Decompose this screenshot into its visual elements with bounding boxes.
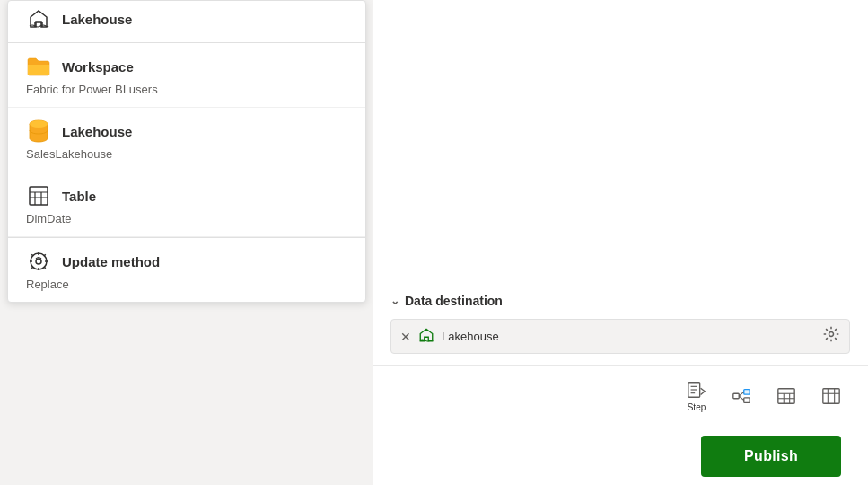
svg-rect-14 [733, 393, 739, 399]
table-subtitle: DimDate [26, 212, 347, 225]
svg-point-9 [829, 332, 834, 337]
destination-row: ✕ Lakehouse [390, 319, 850, 354]
svg-point-1 [30, 120, 48, 128]
table-view-icon [776, 386, 796, 406]
chevron-icon: ⌄ [390, 295, 399, 307]
bottom-toolbar: Step [373, 365, 868, 427]
diagram-button[interactable] [723, 381, 760, 411]
lakehouse-db-icon [26, 119, 51, 144]
svg-rect-15 [744, 390, 750, 395]
lakehouse-main-subtitle: SalesLakehouse [26, 147, 347, 161]
step-icon [687, 380, 706, 400]
data-destination-section: ⌄ Data destination ✕ Lakehouse [373, 279, 868, 368]
workspace-title: Workspace [62, 59, 134, 75]
table-title: Table [62, 189, 96, 204]
svg-line-17 [739, 392, 744, 396]
workspace-subtitle: Fabric for Power BI users [26, 83, 347, 96]
table-icon [26, 183, 51, 208]
data-destination-title: Data destination [405, 294, 503, 308]
dropdown-item-update-method[interactable]: Update method Replace [8, 238, 365, 302]
diagram-icon [732, 386, 751, 406]
publish-area: Publish [373, 427, 868, 485]
update-method-title: Update method [62, 254, 160, 269]
svg-rect-16 [744, 398, 750, 403]
destination-lakehouse-icon [418, 327, 434, 347]
destination-label: Lakehouse [442, 330, 815, 343]
svg-rect-19 [778, 389, 794, 404]
step-button[interactable]: Step [678, 375, 715, 418]
data-destination-header: ⌄ Data destination [390, 294, 850, 308]
svg-rect-2 [30, 187, 48, 205]
table-view-button[interactable] [767, 381, 805, 411]
dropdown-item-table[interactable]: Table DimDate [8, 172, 365, 237]
svg-point-8 [36, 259, 41, 264]
update-method-icon [26, 249, 51, 274]
dropdown-item-workspace[interactable]: Workspace Fabric for Power BI users [8, 43, 365, 108]
destination-settings-icon[interactable] [822, 325, 840, 348]
dropdown-item-lakehouse-partial[interactable]: Lakehouse [8, 1, 365, 43]
workspace-icon [26, 54, 51, 79]
column-view-button[interactable] [812, 381, 850, 411]
update-method-subtitle: Replace [26, 278, 347, 291]
lakehouse-top-title: Lakehouse [62, 12, 132, 27]
column-view-icon [821, 386, 841, 406]
svg-line-18 [739, 396, 744, 401]
publish-button[interactable]: Publish [701, 436, 841, 477]
close-destination-button[interactable]: ✕ [400, 331, 411, 343]
lakehouse-main-title: Lakehouse [62, 124, 132, 139]
dropdown-card: Lakehouse Workspace Fabric for Power BI … [7, 0, 366, 303]
svg-rect-24 [823, 389, 839, 404]
dropdown-item-lakehouse[interactable]: Lakehouse SalesLakehouse [8, 108, 365, 172]
lakehouse-top-icon [26, 6, 51, 31]
step-label: Step [688, 402, 706, 412]
